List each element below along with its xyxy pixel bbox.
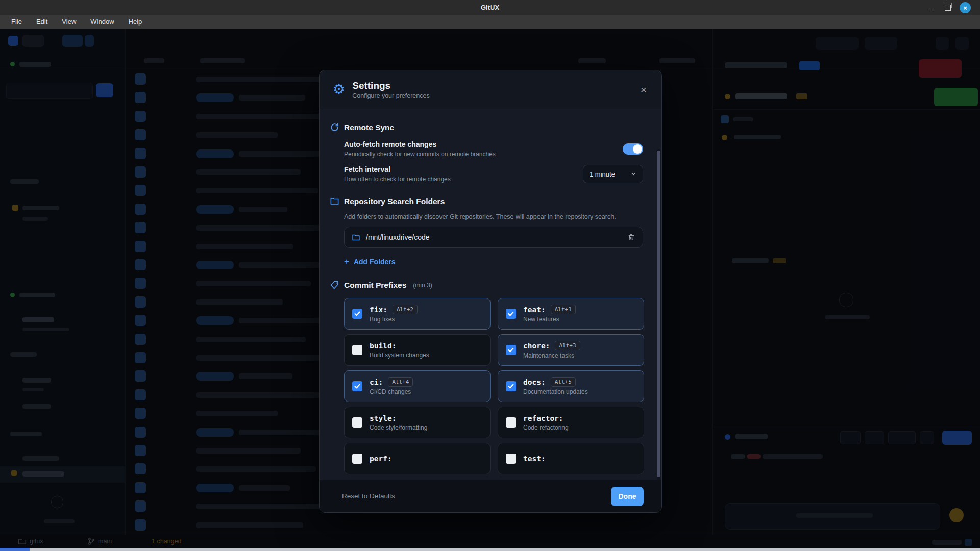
close-icon[interactable]: × — [637, 83, 650, 96]
prefix-description: New features — [523, 316, 576, 323]
fetch-interval-description: How often to check for remote changes — [344, 176, 451, 183]
auto-fetch-toggle[interactable] — [623, 143, 643, 155]
reset-defaults-button[interactable]: Reset to Defaults — [342, 492, 395, 500]
commit-prefix-card[interactable]: docs:Alt+5Documentation updates — [498, 370, 644, 402]
commit-prefix-card[interactable]: perf: — [344, 443, 491, 474]
prefix-checkbox[interactable] — [506, 454, 516, 464]
restore-button[interactable] — [942, 2, 953, 13]
commit-prefix-card[interactable]: build:Build system changes — [344, 334, 491, 366]
bottom-strip-accent — [0, 548, 30, 551]
shortcut-badge: Alt+1 — [551, 305, 576, 314]
chevron-down-icon — [630, 171, 636, 177]
section-title: Repository Search Folders — [344, 197, 445, 206]
auto-fetch-row: Auto-fetch remote changes Periodically c… — [344, 140, 643, 158]
menu-window[interactable]: Window — [85, 15, 119, 29]
prefix-label: refactor: — [523, 414, 564, 422]
prefix-description: Bug fixes — [370, 316, 418, 323]
commit-prefixes-section: Commit Prefixes (min 3) — [330, 280, 643, 290]
prefix-label: feat: — [523, 306, 546, 314]
window-close-button[interactable]: × — [960, 2, 971, 13]
prefix-description: Maintenance tasks — [523, 352, 580, 359]
auto-fetch-description: Periodically check for new commits on re… — [344, 151, 496, 158]
settings-dialog: ⚙ Settings Configure your preferences × … — [319, 70, 662, 513]
minimize-button[interactable]: – — [926, 2, 937, 13]
title-bar: GitUX – × — [0, 0, 980, 15]
check-icon — [507, 346, 514, 354]
prefix-description: Build system changes — [370, 352, 429, 359]
fetch-interval-value: 1 minute — [590, 170, 615, 178]
settings-title: Settings — [352, 80, 429, 92]
prefix-description: Documentation updates — [523, 388, 588, 395]
prefix-checkbox[interactable] — [352, 417, 362, 428]
shortcut-badge: Alt+5 — [551, 377, 576, 387]
trash-icon[interactable] — [627, 233, 635, 241]
prefix-label: chore: — [523, 342, 550, 350]
folder-row: /mnt/linuxdrive/code — [344, 227, 643, 248]
shortcut-badge: Alt+4 — [388, 377, 413, 387]
menu-file[interactable]: File — [6, 15, 27, 29]
prefix-label: ci: — [370, 378, 383, 386]
min-hint: (min 3) — [413, 282, 432, 289]
repo-folders-description: Add folders to automatically discover Gi… — [344, 213, 643, 220]
prefix-checkbox[interactable] — [506, 381, 516, 391]
settings-footer: Reset to Defaults Done — [320, 480, 662, 512]
section-title: Commit Prefixes — [344, 281, 406, 290]
shortcut-badge: Alt+3 — [555, 341, 580, 350]
window-title: GitUX — [0, 0, 980, 15]
fetch-interval-row: Fetch interval How often to check for re… — [344, 165, 643, 183]
menu-help[interactable]: Help — [124, 15, 148, 29]
check-icon — [354, 310, 361, 317]
prefix-checkbox[interactable] — [352, 345, 362, 355]
prefix-description: CI/CD changes — [370, 388, 413, 395]
prefix-label: test: — [523, 455, 546, 463]
tag-icon — [330, 280, 339, 290]
prefix-label: style: — [370, 414, 396, 422]
commit-prefix-card[interactable]: test: — [498, 443, 644, 474]
add-folders-button[interactable]: + Add Folders — [344, 257, 643, 266]
commit-prefix-card[interactable]: feat:Alt+1New features — [498, 298, 644, 330]
prefix-description: Code style/formatting — [370, 424, 427, 431]
prefix-checkbox[interactable] — [352, 309, 362, 319]
settings-body: Remote Sync Auto-fetch remote changes Pe… — [320, 109, 662, 480]
prefix-label: fix: — [370, 306, 387, 314]
section-title: Remote Sync — [344, 123, 394, 132]
settings-header: ⚙ Settings Configure your preferences × — [320, 70, 662, 109]
plus-icon: + — [344, 257, 349, 266]
check-icon — [507, 383, 514, 390]
folder-icon — [330, 196, 339, 206]
prefix-description: Code refactoring — [523, 424, 569, 431]
prefix-label: docs: — [523, 378, 546, 386]
menu-edit[interactable]: Edit — [31, 15, 53, 29]
screen-bottom-strip — [0, 548, 980, 551]
prefix-label: perf: — [370, 455, 392, 463]
commit-prefix-card[interactable]: chore:Alt+3Maintenance tasks — [498, 334, 644, 366]
prefix-checkbox[interactable] — [506, 309, 516, 319]
remote-sync-section: Remote Sync — [330, 122, 643, 132]
commit-prefix-card[interactable]: refactor:Code refactoring — [498, 407, 644, 438]
prefix-checkbox[interactable] — [352, 454, 362, 464]
commit-prefix-card[interactable]: style:Code style/formatting — [344, 407, 491, 438]
auto-fetch-label: Auto-fetch remote changes — [344, 140, 496, 148]
prefix-checkbox[interactable] — [352, 381, 362, 391]
prefix-label: build: — [370, 342, 396, 350]
commit-prefix-card[interactable]: fix:Alt+2Bug fixes — [344, 298, 491, 330]
commit-prefix-card[interactable]: ci:Alt+4CI/CD changes — [344, 370, 491, 402]
prefix-checkbox[interactable] — [506, 417, 516, 428]
check-icon — [507, 310, 514, 317]
fetch-interval-label: Fetch interval — [344, 165, 451, 173]
repo-folders-section: Repository Search Folders — [330, 196, 643, 206]
done-button[interactable]: Done — [611, 487, 644, 506]
fetch-interval-select[interactable]: 1 minute — [583, 165, 643, 183]
shortcut-badge: Alt+2 — [393, 305, 418, 314]
menu-view[interactable]: View — [57, 15, 81, 29]
app-window: gitux main 1 changed GitUX – × File Edit… — [0, 0, 980, 551]
add-folders-label: Add Folders — [354, 258, 396, 266]
restore-icon — [945, 5, 951, 11]
toggle-knob — [633, 144, 642, 154]
modal-scrollbar-thumb[interactable] — [657, 151, 660, 477]
check-icon — [354, 383, 361, 390]
commit-prefix-grid: fix:Alt+2Bug fixesfeat:Alt+1New features… — [344, 298, 643, 474]
prefix-checkbox[interactable] — [506, 345, 516, 355]
modal-scrollbar-track — [657, 149, 660, 480]
gear-icon: ⚙ — [333, 83, 345, 96]
